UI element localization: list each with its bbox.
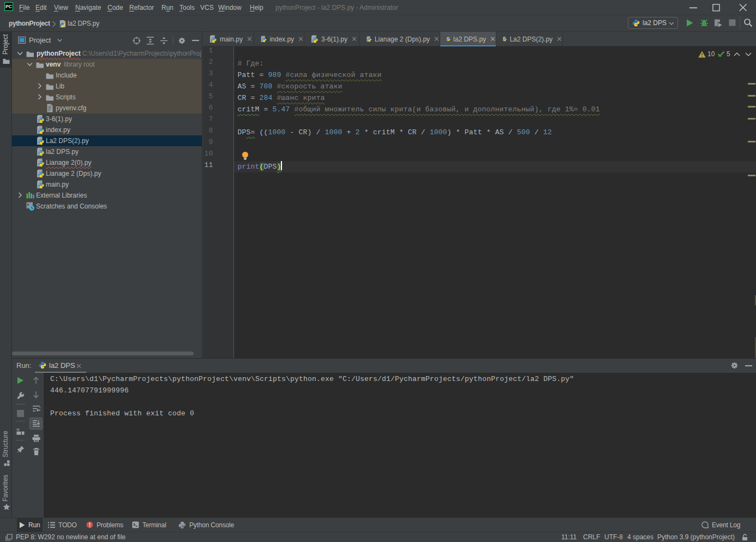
svg-text:PC: PC [5, 4, 12, 9]
